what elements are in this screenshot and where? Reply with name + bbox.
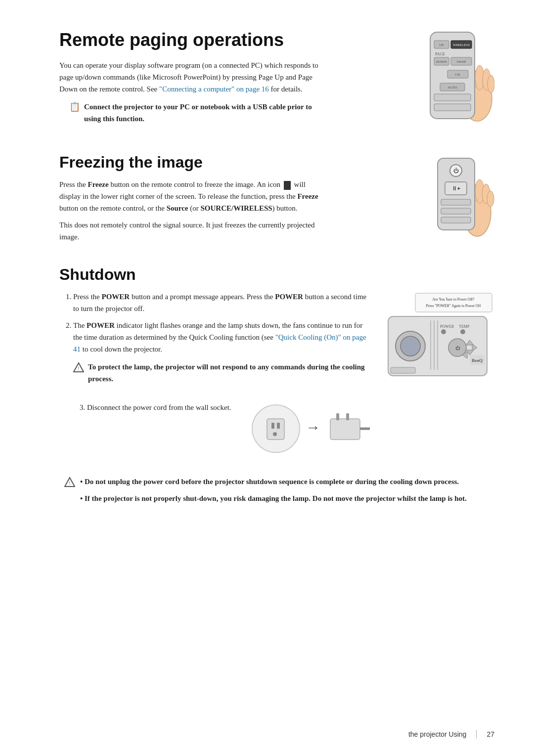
svg-text:⏸▶: ⏸▶ xyxy=(451,185,460,192)
connecting-computer-link[interactable]: "Connecting a computer" on page 16 xyxy=(159,85,269,93)
footer-text: the projector Using xyxy=(408,730,467,738)
shutdown-title: Shutdown xyxy=(59,266,494,284)
svg-text:AUTO: AUTO xyxy=(447,86,457,89)
svg-rect-66 xyxy=(346,413,349,420)
shutdown-step2: The POWER indicator light flashes orange… xyxy=(73,319,371,385)
svg-point-44 xyxy=(441,329,446,334)
remote-control-svg: UP WIRELESS PAGE DOWN SWAP CH. AUTO xyxy=(420,30,494,133)
shutdown-step3-text: Disconnect the power cord from the wall … xyxy=(73,401,231,418)
svg-rect-19 xyxy=(434,94,471,101)
svg-rect-59 xyxy=(267,419,284,440)
power-cord-illustration: → xyxy=(246,401,370,458)
warning-box-1: ! To protect the lamp, the projector wil… xyxy=(73,361,371,385)
svg-text:WIRELESS: WIRELESS xyxy=(453,43,470,47)
freeze-icon-inline xyxy=(284,181,291,190)
bottom-warning-text-1: • Do not unplug the power cord before th… xyxy=(80,476,467,509)
bottom-warnings: ! • Do not unplug the power cord before … xyxy=(59,476,494,509)
svg-text:⏻: ⏻ xyxy=(455,346,460,351)
svg-text:DOWN: DOWN xyxy=(436,60,447,64)
freeze-remote-svg: ⏻ ⏸▶ xyxy=(430,153,494,242)
svg-text:UP: UP xyxy=(440,43,444,47)
usb-note-text: Connect the projector to your PC or note… xyxy=(84,101,321,125)
warning-triangle-icon-1: ! xyxy=(64,477,75,488)
remote-paging-section: Remote paging operations You can operate… xyxy=(59,30,494,135)
shutdown-step3-list: Disconnect the power cord from the wall … xyxy=(73,401,231,413)
svg-rect-33 xyxy=(441,217,471,223)
shutdown-step3-row: Disconnect the power cord from the wall … xyxy=(73,401,494,458)
svg-rect-60 xyxy=(271,423,274,429)
svg-rect-57 xyxy=(391,367,415,373)
note-icon: 📋 xyxy=(69,101,80,112)
svg-rect-55 xyxy=(434,320,435,370)
svg-rect-31 xyxy=(441,199,471,205)
warning-lamp-text: To protect the lamp, the projector will … xyxy=(88,361,371,385)
svg-rect-64 xyxy=(330,419,360,440)
svg-rect-61 xyxy=(277,423,280,429)
svg-rect-36 xyxy=(415,293,492,312)
remote-paging-image: UP WIRELESS PAGE DOWN SWAP CH. AUTO xyxy=(420,30,494,135)
svg-text:TEMP: TEMP xyxy=(459,324,470,329)
shutdown-left: Press the POWER button and a prompt mess… xyxy=(59,291,371,390)
freezing-image: ⏻ ⏸▶ xyxy=(430,153,494,244)
footer: the projector Using 27 xyxy=(408,730,494,739)
svg-rect-32 xyxy=(441,208,471,214)
usb-note-box: 📋 Connect the projector to your PC or no… xyxy=(69,101,321,125)
svg-text:BenQ: BenQ xyxy=(472,358,483,363)
svg-rect-54 xyxy=(430,320,431,370)
projector-dialog-svg: Are You Sure to Power Off? Press "POWER"… xyxy=(386,291,494,395)
shutdown-steps: Press the POWER button and a prompt mess… xyxy=(59,291,371,385)
footer-page-number: 27 xyxy=(487,730,494,738)
svg-text:CH.: CH. xyxy=(455,73,461,77)
power-cord-svg: → xyxy=(246,401,370,456)
svg-rect-65 xyxy=(336,413,339,420)
quick-cooling-link[interactable]: "Quick Cooling (On)" on page 41 xyxy=(73,333,366,353)
svg-point-41 xyxy=(400,336,420,356)
svg-point-4 xyxy=(488,75,494,93)
remote-paging-title: Remote paging operations xyxy=(59,30,321,50)
freezing-body2: This does not remotely control the signa… xyxy=(59,219,321,243)
shutdown-step1: Press the POWER button and a prompt mess… xyxy=(73,291,371,314)
svg-text:!: ! xyxy=(78,366,79,371)
footer-divider xyxy=(476,730,477,739)
warning-triangle-icon: ! xyxy=(73,362,84,373)
remote-paging-body: You can operate your display software pr… xyxy=(59,59,321,95)
svg-text:→: → xyxy=(306,419,320,435)
freezing-title: Freezing the image xyxy=(59,153,321,172)
shutdown-step3: Disconnect the power cord from the wall … xyxy=(87,401,231,413)
freezing-section: Freezing the image Press the Freeze butt… xyxy=(59,153,494,248)
svg-text:PAGE: PAGE xyxy=(435,52,445,56)
remote-paging-text: Remote paging operations You can operate… xyxy=(59,30,321,131)
shutdown-right: Are You Sure to Power Off? Press "POWER"… xyxy=(386,291,494,397)
svg-rect-56 xyxy=(437,320,438,370)
svg-point-62 xyxy=(273,432,277,436)
svg-rect-20 xyxy=(434,104,471,111)
svg-text:Are You Sure to Power Off?: Are You Sure to Power Off? xyxy=(433,297,475,302)
freezing-text: Freezing the image Press the Freeze butt… xyxy=(59,153,321,248)
svg-text:SWAP: SWAP xyxy=(457,60,466,64)
shutdown-content: Press the POWER button and a prompt mess… xyxy=(59,291,494,397)
svg-text:⏻: ⏻ xyxy=(453,168,459,174)
svg-text:!: ! xyxy=(69,481,70,486)
svg-text:Press "POWER" Again to Power O: Press "POWER" Again to Power Off xyxy=(426,304,481,308)
freezing-body1: Press the Freeze button on the remote co… xyxy=(59,178,321,214)
svg-point-45 xyxy=(460,329,465,334)
svg-text:POWER: POWER xyxy=(440,324,454,329)
page: Remote paging operations You can operate… xyxy=(0,0,534,756)
warning-lamp-box: ! To protect the lamp, the projector wil… xyxy=(73,361,371,385)
bottom-warning-1: ! • Do not unplug the power cord before … xyxy=(64,476,494,509)
svg-point-25 xyxy=(487,191,494,207)
shutdown-section: Shutdown Press the POWER button and a pr… xyxy=(59,266,494,458)
